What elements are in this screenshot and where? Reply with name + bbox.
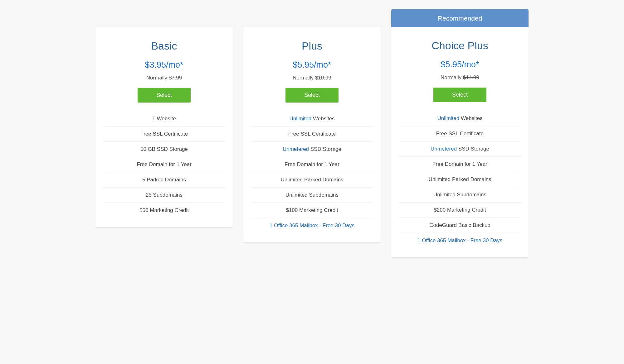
feature-prefix: Unmetered (431, 146, 457, 152)
feature-list: 1 Website Free SSL Certificate 50 GB SSD… (103, 111, 225, 218)
plan-normally: Normally $14.99 (399, 74, 521, 81)
feature-item: 1 Website (103, 111, 225, 127)
plan-card-choice-plus: Recommended Choice Plus $5.95/mo* Normal… (391, 9, 529, 257)
plan-card-basic: Basic $3.95/mo* Normally $7.99 Select 1 … (95, 27, 233, 227)
normally-value: $10.99 (315, 75, 331, 81)
feature-list: Unlimited Websites Free SSL Certificate … (399, 111, 521, 248)
feature-item: Unlimited Subdomains (399, 187, 521, 203)
select-button[interactable]: Select (433, 88, 486, 102)
feature-item: CodeGuard Basic Backup (399, 218, 521, 233)
feature-item: $50 Marketing Credit (103, 203, 225, 218)
feature-item: 50 GB SSD Storage (103, 142, 225, 157)
select-button[interactable]: Select (138, 88, 191, 103)
feature-item: $200 Marketing Credit (399, 203, 521, 218)
feature-item: 1 Office 365 Mailbox - Free 30 Days (251, 218, 373, 233)
feature-item: 5 Parked Domains (103, 172, 225, 188)
feature-prefix: Unmetered (283, 146, 309, 152)
normally-value: $14.99 (463, 74, 479, 80)
feature-prefix: Unlimited (289, 116, 311, 122)
plan-price: $3.95/mo* (103, 60, 225, 70)
pricing-container: Basic $3.95/mo* Normally $7.99 Select 1 … (87, 9, 537, 257)
feature-item: Free Domain for 1 Year (103, 157, 225, 172)
recommended-banner: Recommended (391, 9, 529, 27)
normally-prefix: Normally (146, 75, 169, 81)
plan-name: Choice Plus (399, 40, 521, 52)
plan-name: Basic (103, 40, 225, 52)
feature-list: Unlimited Websites Free SSL Certificate … (251, 111, 373, 233)
normally-value: $7.99 (169, 75, 182, 81)
plan-card-plus: Plus $5.95/mo* Normally $10.99 Select Un… (243, 27, 381, 242)
feature-rest: Websites (459, 115, 482, 121)
select-button[interactable]: Select (285, 88, 339, 103)
plan-normally: Normally $7.99 (103, 75, 225, 81)
feature-rest: Websites (311, 116, 334, 122)
feature-item: 1 Office 365 Mailbox - Free 30 Days (399, 233, 521, 248)
feature-item: Unlimited Parked Domains (251, 172, 373, 188)
feature-item: Free Domain for 1 Year (399, 157, 521, 172)
feature-rest: SSD Storage (457, 146, 489, 152)
plan-name: Plus (251, 40, 373, 52)
feature-item: 25 Subdomains (103, 188, 225, 203)
plan-price: $5.95/mo* (399, 60, 521, 69)
feature-item: Free SSL Certificate (251, 127, 373, 142)
plan-normally: Normally $10.99 (251, 75, 373, 81)
feature-item: Unlimited Subdomains (251, 188, 373, 203)
feature-item: Free SSL Certificate (399, 126, 521, 141)
feature-item: Free SSL Certificate (103, 127, 225, 142)
feature-item: Unlimited Websites (399, 111, 521, 126)
feature-item: Free Domain for 1 Year (251, 157, 373, 172)
feature-rest: SSD Storage (309, 146, 341, 152)
feature-item: Unlimited Parked Domains (399, 172, 521, 187)
normally-prefix: Normally (293, 75, 315, 81)
feature-item: Unlimited Websites (251, 111, 373, 127)
plan-price: $5.95/mo* (251, 60, 373, 70)
normally-prefix: Normally (441, 74, 463, 80)
feature-item: $100 Marketing Credit (251, 203, 373, 218)
feature-item: Unmetered SSD Storage (399, 141, 521, 157)
feature-item: Unmetered SSD Storage (251, 142, 373, 157)
feature-prefix: Unlimited (437, 115, 459, 121)
